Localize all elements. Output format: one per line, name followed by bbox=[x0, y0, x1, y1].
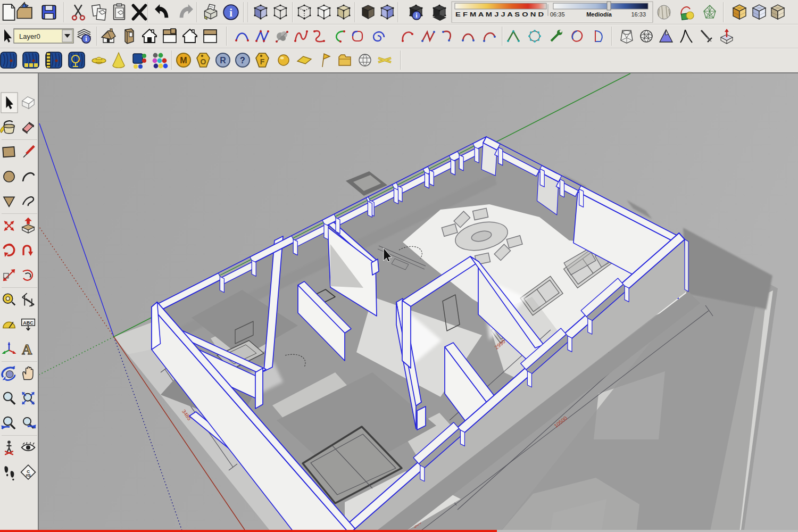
svg-text:i: i bbox=[229, 7, 232, 19]
svg-text:Layer0: Layer0 bbox=[19, 32, 40, 40]
svg-text:A: A bbox=[22, 342, 32, 358]
svg-text:O: O bbox=[201, 57, 206, 66]
svg-text:Mediodía: Mediodía bbox=[586, 11, 612, 18]
svg-text:F: F bbox=[260, 57, 265, 66]
svg-text:16:33: 16:33 bbox=[631, 11, 646, 18]
svg-text:#S: #S bbox=[26, 473, 31, 478]
svg-text:R: R bbox=[220, 56, 226, 65]
svg-text:E F M A M J J A S O N D: E F M A M J J A S O N D bbox=[455, 11, 544, 18]
svg-text:06:35: 06:35 bbox=[550, 11, 565, 18]
svg-text:M: M bbox=[180, 56, 187, 65]
svg-text:ABC: ABC bbox=[23, 320, 34, 326]
svg-text:?: ? bbox=[240, 56, 245, 65]
